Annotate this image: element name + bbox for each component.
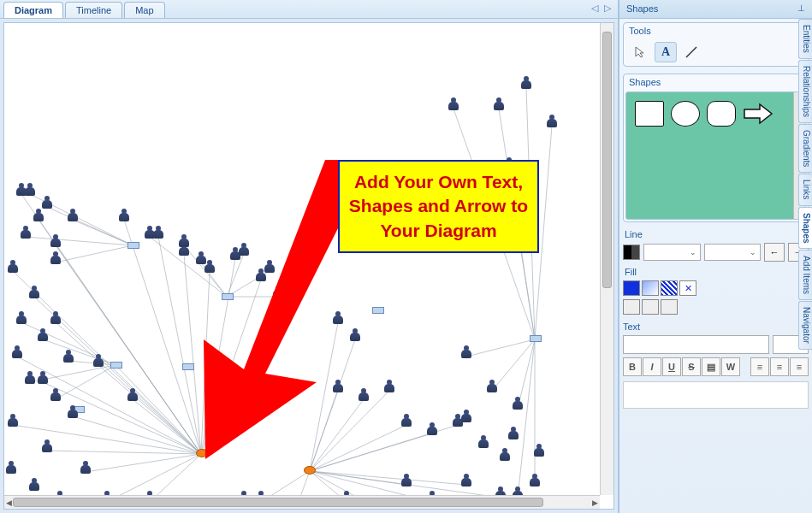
person-node[interactable]	[62, 350, 74, 363]
line-weight-dropdown[interactable]: ⌄	[704, 244, 762, 261]
fill-preset[interactable]	[642, 299, 659, 315]
tab-prev-icon[interactable]: ◁	[591, 3, 598, 13]
person-node[interactable]	[520, 76, 532, 90]
person-node[interactable]	[426, 422, 438, 436]
person-node[interactable]	[127, 388, 139, 402]
person-node[interactable]	[24, 183, 36, 197]
tab-timeline[interactable]: Timeline	[65, 2, 122, 18]
rect-node[interactable]	[110, 362, 122, 369]
person-node[interactable]	[447, 97, 459, 111]
person-node[interactable]	[7, 260, 19, 274]
person-node[interactable]	[11, 345, 23, 359]
person-node[interactable]	[15, 311, 27, 325]
underline-button[interactable]: U	[662, 357, 681, 376]
side-tab-links[interactable]: Links	[798, 174, 812, 205]
person-node[interactable]	[37, 328, 49, 342]
person-node[interactable]	[24, 371, 36, 385]
side-tab-navigator[interactable]: Navigator	[798, 301, 812, 350]
person-node[interactable]	[33, 209, 44, 222]
person-node[interactable]	[400, 414, 412, 428]
person-node[interactable]	[67, 209, 79, 222]
tool-pointer[interactable]	[629, 42, 651, 62]
person-node[interactable]	[546, 115, 558, 128]
person-node[interactable]	[28, 286, 40, 299]
person-node[interactable]	[495, 486, 507, 495]
tool-line[interactable]	[680, 42, 702, 62]
arrow-start-button[interactable]: ←	[764, 243, 785, 262]
font-family-dropdown[interactable]	[623, 335, 769, 354]
vertical-scrollbar[interactable]	[600, 23, 613, 495]
person-node[interactable]	[7, 414, 19, 428]
align-left-button[interactable]: ≡	[750, 357, 769, 376]
person-node[interactable]	[493, 97, 505, 111]
person-node[interactable]	[178, 234, 190, 248]
hub-node[interactable]	[304, 466, 316, 475]
annotation-label[interactable]: Add Your Own Text, Shapes and Arrow to Y…	[338, 160, 539, 253]
person-node[interactable]	[533, 444, 545, 457]
side-tab-add-items[interactable]: Add Items	[798, 250, 812, 300]
person-node[interactable]	[80, 461, 92, 475]
tab-map[interactable]: Map	[124, 2, 164, 18]
bold-button[interactable]: B	[623, 357, 642, 376]
side-tab-gradients[interactable]: Gradients	[798, 124, 812, 173]
shape-rectangle[interactable]	[635, 101, 664, 127]
shape-arrow[interactable]	[743, 101, 773, 127]
person-node[interactable]	[28, 478, 40, 492]
align-right-button[interactable]: ≡	[790, 357, 809, 376]
side-tab-relationships[interactable]: Relationships	[798, 60, 812, 123]
side-tab-shapes[interactable]: Shapes	[798, 207, 812, 250]
tab-next-icon[interactable]: ▷	[604, 3, 611, 13]
person-node[interactable]	[512, 397, 524, 410]
line-color-swatch[interactable]	[623, 245, 640, 260]
rect-node[interactable]	[372, 307, 384, 314]
person-node[interactable]	[460, 345, 472, 359]
strike-button[interactable]: S	[682, 357, 701, 376]
shape-circle[interactable]	[671, 101, 700, 127]
fill-preset[interactable]	[623, 299, 640, 315]
diagram-viewport[interactable]: Add Your Own Text, Shapes and Arrow to Y…	[3, 22, 614, 510]
line-style-dropdown[interactable]: ⌄	[643, 244, 701, 261]
italic-button[interactable]: I	[643, 357, 661, 376]
person-node[interactable]	[50, 311, 62, 325]
person-node[interactable]	[41, 196, 53, 209]
rect-node[interactable]	[530, 335, 542, 342]
person-node[interactable]	[67, 405, 79, 419]
fill-solid[interactable]	[623, 280, 640, 296]
person-node[interactable]	[512, 486, 524, 495]
shapes-palette[interactable]	[625, 91, 806, 220]
person-node[interactable]	[383, 380, 395, 393]
align-center-button[interactable]: ≡	[770, 357, 789, 376]
horizontal-scrollbar[interactable]: ◀▶	[4, 495, 600, 509]
fill-preset[interactable]	[661, 299, 678, 315]
person-node[interactable]	[118, 209, 130, 222]
person-node[interactable]	[50, 234, 62, 248]
person-node[interactable]	[460, 410, 472, 423]
shape-rounded-rect[interactable]	[707, 101, 736, 127]
person-node[interactable]	[486, 380, 498, 393]
person-node[interactable]	[50, 388, 62, 402]
fill-hatch[interactable]	[661, 280, 678, 296]
rect-node[interactable]	[182, 363, 194, 370]
pin-icon[interactable]: ⊥	[797, 3, 805, 15]
tool-text[interactable]: A	[655, 42, 677, 62]
side-tab-entities[interactable]: Entities	[798, 19, 812, 59]
person-node[interactable]	[20, 226, 32, 239]
tab-diagram[interactable]: Diagram	[3, 2, 63, 18]
fill-none[interactable]: ✕	[679, 280, 696, 296]
person-node[interactable]	[50, 251, 62, 265]
rect-node[interactable]	[127, 242, 139, 249]
person-node[interactable]	[92, 354, 104, 368]
person-node[interactable]	[529, 474, 541, 487]
fill-gradient[interactable]	[642, 280, 659, 296]
highlight-button[interactable]: ▤	[702, 357, 720, 376]
person-node[interactable]	[41, 439, 53, 453]
person-node[interactable]	[5, 461, 17, 475]
person-node[interactable]	[507, 427, 519, 440]
diagram-canvas[interactable]: Add Your Own Text, Shapes and Arrow to Y…	[4, 23, 600, 495]
person-node[interactable]	[37, 371, 49, 385]
person-node[interactable]	[477, 435, 489, 449]
person-node[interactable]	[144, 226, 156, 239]
person-node[interactable]	[460, 474, 472, 487]
person-node[interactable]	[400, 474, 412, 487]
clear-button[interactable]: W	[721, 357, 740, 376]
